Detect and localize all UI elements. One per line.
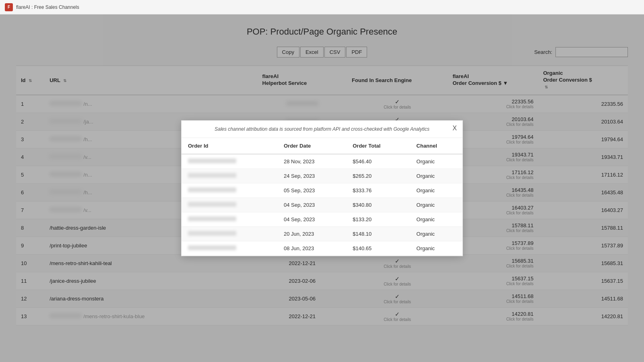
modal-cell-order-date: 24 Sep, 2023 (277, 169, 346, 183)
modal-th-order-id: Order Id (182, 138, 277, 154)
modal-th-channel: Channel (410, 138, 462, 154)
modal-cell-order-date: 20 Jun, 2023 (277, 227, 346, 241)
modal-th-order-total: Order Total (346, 138, 410, 154)
modal-cell-order-total: $340.80 (346, 198, 410, 212)
modal-cell-channel: Organic (410, 198, 462, 212)
modal-body[interactable]: Order Id Order Date Order Total Channel … (182, 138, 462, 256)
modal-cell-channel: Organic (410, 183, 462, 198)
modal-cell-order-total: $546.40 (346, 154, 410, 169)
modal-cell-channel: Organic (410, 212, 462, 227)
modal-th-order-date: Order Date (277, 138, 346, 154)
modal-cell-order-id (182, 183, 277, 198)
modal-table-row: 05 Sep, 2023$333.76Organic (182, 183, 462, 198)
modal-cell-order-date: 05 Sep, 2023 (277, 183, 346, 198)
modal-table-row: 04 Sep, 2023$133.20Organic (182, 212, 462, 227)
modal-cell-order-total: $333.76 (346, 183, 410, 198)
modal-table-row: 20 Jun, 2023$148.10Organic (182, 227, 462, 241)
modal-cell-order-total: $133.20 (346, 212, 410, 227)
modal-cell-order-total: $265.20 (346, 169, 410, 183)
modal-cell-channel: Organic (410, 227, 462, 241)
modal-close-button[interactable]: X (452, 125, 457, 132)
modal-cell-channel: Organic (410, 169, 462, 183)
browser-title: flareAI : Free Sales Channels (16, 4, 79, 10)
modal-cell-order-id (182, 169, 277, 183)
modal-cell-order-date: 04 Sep, 2023 (277, 198, 346, 212)
modal-header: Sales channel attribution data is source… (182, 121, 462, 138)
modal-cell-order-id (182, 227, 277, 241)
browser-bar: F flareAI : Free Sales Channels (0, 0, 644, 14)
modal-cell-order-date: 08 Jun, 2023 (277, 241, 346, 256)
modal-table-row: 08 Jun, 2023$140.65Organic (182, 241, 462, 256)
modal-cell-order-date: 28 Nov, 2023 (277, 154, 346, 169)
modal-cell-order-total: $140.65 (346, 241, 410, 256)
modal-table-row: 28 Nov, 2023$546.40Organic (182, 154, 462, 169)
modal-cell-order-id (182, 198, 277, 212)
modal-cell-order-date: 04 Sep, 2023 (277, 212, 346, 227)
modal-table-row: 04 Sep, 2023$340.80Organic (182, 198, 462, 212)
app-icon: F (5, 3, 13, 11)
modal-cell-order-id (182, 154, 277, 169)
modal: Sales channel attribution data is source… (181, 120, 463, 256)
modal-overlay[interactable]: Sales channel attribution data is source… (0, 14, 644, 362)
modal-cell-order-id (182, 212, 277, 227)
modal-cell-order-total: $148.10 (346, 227, 410, 241)
modal-table: Order Id Order Date Order Total Channel … (182, 138, 462, 256)
modal-table-row: 24 Sep, 2023$265.20Organic (182, 169, 462, 183)
modal-cell-channel: Organic (410, 241, 462, 256)
modal-cell-channel: Organic (410, 154, 462, 169)
modal-cell-order-id (182, 241, 277, 256)
